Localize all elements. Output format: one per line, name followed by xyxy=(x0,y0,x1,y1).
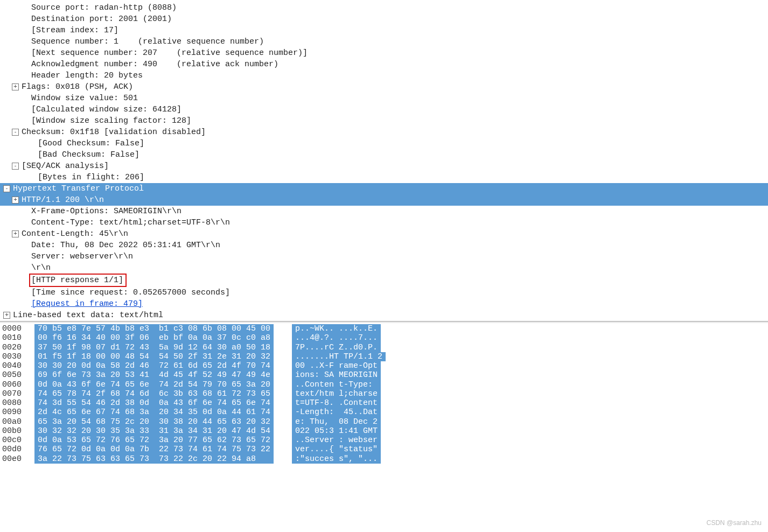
hex-offset: 00d0 xyxy=(0,445,34,454)
hex-ascii[interactable]: 00 ..X-F rame-Opt xyxy=(292,361,381,370)
hex-ascii[interactable]: text/htm l;charse xyxy=(292,389,381,398)
http-request-in-frame[interactable]: [Request in frame: 479] xyxy=(0,298,768,310)
hex-offset: 0090 xyxy=(0,408,34,417)
expand-icon[interactable]: + xyxy=(12,197,19,204)
hex-bytes[interactable]: 00 f6 16 34 40 00 3f 06 eb bf 0a 0a 37 0… xyxy=(34,333,274,342)
hex-offset: 00c0 xyxy=(0,436,34,445)
hex-row[interactable]: 003001 f5 1f 18 00 00 48 54 54 50 2f 31 … xyxy=(0,352,768,361)
hex-bytes[interactable]: 74 65 78 74 2f 68 74 6d 6c 3b 63 68 61 7… xyxy=(34,389,274,398)
tcp-calc-window[interactable]: [Calculated window size: 64128] xyxy=(0,104,768,115)
hex-ascii[interactable]: p..~WK.. ...k..E. xyxy=(292,324,381,333)
line-based-text[interactable]: +Line-based text data: text/html xyxy=(0,310,768,321)
hex-ascii[interactable]: 022 05:3 1:41 GMT xyxy=(292,426,381,436)
hex-bytes[interactable]: 3a 22 73 75 63 63 65 73 73 22 2c 20 22 9… xyxy=(34,454,274,464)
tcp-ack[interactable]: Acknowledgment number: 490 (relative ack… xyxy=(0,59,768,70)
tcp-seq-ack-analysis[interactable]: -[SEQ/ACK analysis] xyxy=(0,160,768,172)
http-protocol-header[interactable]: -Hypertext Transfer Protocol xyxy=(0,183,768,194)
http-clen[interactable]: +Content-Length: 45\r\n xyxy=(0,228,768,240)
collapse-icon[interactable]: - xyxy=(12,163,19,170)
tcp-bytes-in-flight[interactable]: [Bytes in flight: 206] xyxy=(0,172,768,183)
hex-row[interactable]: 00600d 0a 43 6f 6e 74 65 6e 74 2d 54 79 … xyxy=(0,380,768,389)
tcp-flags[interactable]: +Flags: 0x018 (PSH, ACK) xyxy=(0,81,768,93)
hex-row[interactable]: 001000 f6 16 34 40 00 3f 06 eb bf 0a 0a … xyxy=(0,333,768,342)
tcp-scaling-factor[interactable]: [Window size scaling factor: 128] xyxy=(0,115,768,127)
hex-ascii[interactable]: .......HT TP/1.1 2 xyxy=(292,352,386,361)
tcp-good-checksum[interactable]: [Good Checksum: False] xyxy=(0,138,768,149)
hex-ascii[interactable]: ..Server : webser xyxy=(292,436,381,445)
http-time-since-request[interactable]: [Time since request: 0.052657000 seconds… xyxy=(0,287,768,298)
red-highlight-box: [HTTP response 1/1] xyxy=(29,274,127,287)
collapse-icon[interactable]: - xyxy=(12,129,19,136)
collapse-icon[interactable]: - xyxy=(3,185,10,192)
hex-row[interactable]: 00902d 4c 65 6e 67 74 68 3a 20 34 35 0d … xyxy=(0,408,768,417)
tcp-src-port[interactable]: Source port: radan-http (8088) xyxy=(0,2,768,13)
hex-ascii[interactable]: ..Conten t-Type: xyxy=(292,380,381,389)
hex-bytes[interactable]: 70 b5 e8 7e 57 4b b8 e3 b1 c3 08 6b 08 0… xyxy=(34,324,274,333)
expand-icon[interactable]: + xyxy=(12,230,19,237)
request-frame-link: [Request in frame: 479] xyxy=(31,299,143,309)
expand-icon[interactable]: + xyxy=(3,312,10,319)
hex-offset: 00a0 xyxy=(0,417,34,426)
http-crlf[interactable]: \r\n xyxy=(0,262,768,274)
tcp-seq[interactable]: Sequence number: 1 (relative sequence nu… xyxy=(0,36,768,47)
tcp-bad-checksum[interactable]: [Bad Checksum: False] xyxy=(0,149,768,160)
http-date[interactable]: Date: Thu, 08 Dec 2022 05:31:41 GMT\r\n xyxy=(0,240,768,251)
hex-row[interactable]: 00c00d 0a 53 65 72 76 65 72 3a 20 77 65 … xyxy=(0,436,768,445)
hex-bytes[interactable]: 2d 4c 65 6e 67 74 68 3a 20 34 35 0d 0a 4… xyxy=(34,408,274,417)
hex-offset: 0030 xyxy=(0,352,34,361)
hex-row[interactable]: 00b030 32 32 20 30 35 3a 33 31 3a 34 31 … xyxy=(0,426,768,436)
tcp-header-length[interactable]: Header length: 20 bytes xyxy=(0,70,768,81)
hex-offset: 0010 xyxy=(0,333,34,342)
hex-offset: 0020 xyxy=(0,343,34,352)
hex-offset: 0050 xyxy=(0,370,34,380)
hex-row[interactable]: 00e03a 22 73 75 63 63 65 73 73 22 2c 20 … xyxy=(0,454,768,464)
tcp-window-size[interactable]: Window size value: 501 xyxy=(0,93,768,104)
expand-icon[interactable]: + xyxy=(12,83,19,90)
hex-row[interactable]: 000070 b5 e8 7e 57 4b b8 e3 b1 c3 08 6b … xyxy=(0,324,768,333)
hex-row[interactable]: 004030 30 20 0d 0a 58 2d 46 72 61 6d 65 … xyxy=(0,361,768,370)
hex-bytes[interactable]: 30 32 32 20 30 35 3a 33 31 3a 34 31 20 4… xyxy=(34,426,274,436)
tcp-dst-port[interactable]: Destination port: 2001 (2001) xyxy=(0,13,768,25)
http-status[interactable]: +HTTP/1.1 200 \r\n xyxy=(0,194,768,206)
hex-bytes[interactable]: 65 3a 20 54 68 75 2c 20 30 38 20 44 65 6… xyxy=(34,417,274,426)
hex-ascii[interactable]: ...4@.?. ....7... xyxy=(292,333,381,342)
hex-offset: 0000 xyxy=(0,324,34,333)
hex-bytes[interactable]: 0d 0a 53 65 72 76 65 72 3a 20 77 65 62 7… xyxy=(34,436,274,445)
hex-offset: 0040 xyxy=(0,361,34,370)
hex-ascii[interactable]: ions: SA MEORIGIN xyxy=(292,370,381,380)
http-xframe[interactable]: X-Frame-Options: SAMEORIGIN\r\n xyxy=(0,206,768,217)
hex-offset: 0070 xyxy=(0,389,34,398)
tcp-stream-index[interactable]: [Stream index: 17] xyxy=(0,25,768,36)
hex-bytes[interactable]: 69 6f 6e 73 3a 20 53 41 4d 45 4f 52 49 4… xyxy=(34,370,274,380)
hex-ascii[interactable]: t=UTF-8. .Content xyxy=(292,398,381,408)
hex-row[interactable]: 008074 3d 55 54 46 2d 38 0d 0a 43 6f 6e … xyxy=(0,398,768,408)
hex-offset: 00b0 xyxy=(0,426,34,436)
hex-ascii[interactable]: e: Thu, 08 Dec 2 xyxy=(292,417,381,426)
hex-offset: 0060 xyxy=(0,380,34,389)
http-ctype[interactable]: Content-Type: text/html;charset=UTF-8\r\… xyxy=(0,217,768,228)
hex-bytes[interactable]: 0d 0a 43 6f 6e 74 65 6e 74 2d 54 79 70 6… xyxy=(34,380,274,389)
hex-offset: 00e0 xyxy=(0,454,34,464)
hex-ascii[interactable]: ver....{ "status" xyxy=(292,445,381,454)
http-server[interactable]: Server: webserver\r\n xyxy=(0,251,768,262)
hex-offset: 0080 xyxy=(0,398,34,408)
hex-ascii[interactable]: :"succes s", "... xyxy=(292,454,381,464)
hex-row[interactable]: 002037 50 1f 98 07 d1 72 43 5a 9d 12 64 … xyxy=(0,343,768,352)
hex-ascii[interactable]: 7P....rC Z..d0.P. xyxy=(292,343,381,352)
hex-bytes[interactable]: 74 3d 55 54 46 2d 38 0d 0a 43 6f 6e 74 6… xyxy=(34,398,274,408)
hex-bytes[interactable]: 30 30 20 0d 0a 58 2d 46 72 61 6d 65 2d 4… xyxy=(34,361,274,370)
packet-details-tree[interactable]: Source port: radan-http (8088) Destinati… xyxy=(0,0,768,321)
hex-row[interactable]: 007074 65 78 74 2f 68 74 6d 6c 3b 63 68 … xyxy=(0,389,768,398)
hex-dump-pane[interactable]: 000070 b5 e8 7e 57 4b b8 e3 b1 c3 08 6b … xyxy=(0,321,768,464)
hex-bytes[interactable]: 76 65 72 0d 0a 0d 0a 7b 22 73 74 61 74 7… xyxy=(34,445,274,454)
hex-row[interactable]: 005069 6f 6e 73 3a 20 53 41 4d 45 4f 52 … xyxy=(0,370,768,380)
hex-row[interactable]: 00a065 3a 20 54 68 75 2c 20 30 38 20 44 … xyxy=(0,417,768,426)
tcp-next-seq[interactable]: [Next sequence number: 207 (relative seq… xyxy=(0,47,768,59)
http-response-marker[interactable]: [HTTP response 1/1] xyxy=(0,274,768,287)
hex-bytes[interactable]: 01 f5 1f 18 00 00 48 54 54 50 2f 31 2e 3… xyxy=(34,352,274,361)
hex-bytes[interactable]: 37 50 1f 98 07 d1 72 43 5a 9d 12 64 30 a… xyxy=(34,343,274,352)
hex-row[interactable]: 00d076 65 72 0d 0a 0d 0a 7b 22 73 74 61 … xyxy=(0,445,768,454)
hex-ascii[interactable]: -Length: 45..Dat xyxy=(292,408,381,417)
tcp-checksum[interactable]: -Checksum: 0x1f18 [validation disabled] xyxy=(0,127,768,138)
